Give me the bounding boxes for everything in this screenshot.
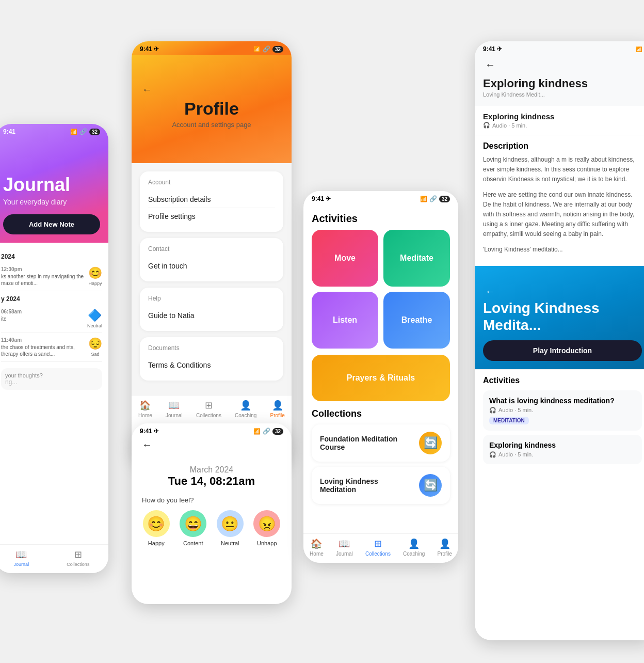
exploring-card: Exploring kindness 🎧 Audio · 5 min. [475,106,644,135]
play-introduction-button[interactable]: Play Introduction [483,340,642,361]
activity-what-title: What is loving kindness meditation? [489,397,636,405]
mood-date-label: March 2024 [142,465,281,475]
profile-back-button[interactable] [140,82,154,97]
collection-foundation-icon: 🔄 [419,432,442,454]
loving-kindness-title: Loving KindnessMedita... [483,299,642,334]
listen-card[interactable]: Listen [312,292,378,349]
profile-settings-item[interactable]: Profile settings [148,208,275,225]
entry-time-1: 12:30pm [1,266,84,272]
contact-section: Contact Get in touch [140,238,283,281]
journal-header: Journal Your everyday diary Add New Note [0,124,108,243]
listen-label: Listen [333,315,357,325]
subscription-details-item[interactable]: Subscription details [148,191,275,208]
battery-badge: 32 [89,129,100,135]
content-circle: 😄 [180,510,206,537]
journal-entry-1[interactable]: 12:30pm ks another step in my navigating… [1,262,102,291]
journal-nav: 📖 Journal ⊞ Collections [0,544,108,573]
description-title: Description [483,141,642,151]
nav-journal-profile[interactable]: 📖 Journal [166,400,183,418]
signal-icon-detail: 📶 [636,46,642,52]
signal-icon-mood: 📶 [253,428,261,435]
collection-foundation[interactable]: Foundation Meditation Course 🔄 [312,424,450,462]
mood-happy-option[interactable]: 😊 Happy [143,510,170,546]
link-icon-profile: 🔗 [263,45,270,53]
activity-what-is-lk[interactable]: What is loving kindness meditation? 🎧 Au… [483,390,642,431]
exploring-card-title: Exploring kindness [483,112,642,121]
entry-time-2: 06:58am [1,309,83,314]
mood-question-label: How do you feel? [132,496,292,504]
mood-happy: 😊 Happy [88,266,102,286]
status-time-profile: 9:41 ✈ [140,45,159,53]
move-card[interactable]: Move [312,230,378,287]
headphone-icon-3: 🎧 [489,451,496,458]
journal-entry-3[interactable]: 11:40am the chaos of treatments and nts,… [1,333,102,362]
documents-section-title: Documents [148,344,275,352]
profile-header: Profile Account and settings page [132,55,292,163]
nav-profile-activities[interactable]: 👤 Profile [438,538,452,557]
battery-badge-mood: 32 [272,428,283,435]
happy-label: Happy [148,540,165,546]
link-icon-activities: 🔗 [429,195,437,202]
journal-title: Journal [3,174,100,196]
banner-back-button[interactable]: ← [483,283,497,299]
mood-unhappy-option[interactable]: 😠 Unhapp [253,510,280,546]
description-text-3: 'Loving Kindness' meditatio... [483,245,642,255]
nav-journal-activities[interactable]: 📖 Journal [336,538,353,557]
journal-entry-2[interactable]: 06:58am ite 🔷 Neutral [1,305,102,333]
detail-top-info: Exploring kindness Loving Kindness Medit… [475,73,644,106]
nav-coaching-activities[interactable]: 👤 Coaching [403,538,425,557]
nav-collections-profile[interactable]: ⊞ Collections [196,400,221,418]
meditate-card[interactable]: Meditate [383,230,450,287]
breathe-card[interactable]: Breathe [383,292,450,349]
status-time-mood: 9:41 ✈ [140,428,159,435]
profile-nav-bar: 🏠 Home 📖 Journal ⊞ Collections 👤 Coachin… [132,395,292,424]
description-text-2: Here we are setting the cond our own inn… [483,190,642,240]
meditate-label: Meditate [400,254,433,263]
nav-home-profile[interactable]: 🏠 Home [138,400,152,418]
add-note-button[interactable]: Add New Note [3,214,100,234]
account-section-title: Account [148,179,275,186]
mood-datetime: Tue 14, 08:21am [142,475,281,488]
prayers-card[interactable]: Prayers & Rituals [312,355,450,401]
status-time: 9:41 [3,128,15,135]
nav-profile-active[interactable]: 👤 Profile [270,400,285,418]
nav-home-activities[interactable]: 🏠 Home [310,538,324,557]
collection-loving-name: Loving Kindness Meditation [320,477,413,494]
unhappy-label: Unhapp [257,540,277,546]
nav-collections[interactable]: ⊞ Collections [67,549,89,567]
get-in-touch-item[interactable]: Get in touch [148,258,275,274]
status-time-activities: 9:41 ✈ [312,195,331,202]
activity-exploring[interactable]: Exploring kindness 🎧 Audio · 5 min. [483,435,642,464]
description-section: Description Loving kindness, although a … [475,135,644,266]
nav-collections-active[interactable]: ⊞ Collections [365,538,391,557]
entry-date-2: y 2024 [1,295,102,303]
mood-neutral: 🔷 Neutral [87,309,102,328]
meditation-tag: MEDITATION [489,417,529,424]
detail-back-button[interactable] [483,57,497,72]
nav-journal[interactable]: 📖 Journal [14,549,29,567]
guide-item[interactable]: Guide to Natia [148,307,275,324]
nav-coaching-profile[interactable]: 👤 Coaching [235,400,256,418]
exploring-card-meta: 🎧 Audio · 5 min. [483,122,642,129]
documents-section: Documents Terms & Conditions [140,337,283,381]
mood-options: 😊 Happy 😄 Content 😐 Neutral 😠 Unhapp [132,510,292,546]
activities-grid: Move Meditate Listen Breathe [303,230,458,355]
profile-title: Profile [184,99,239,119]
activities-section-title: Activities [303,204,458,230]
happy-circle: 😊 [143,510,170,537]
activity-exploring-title: Exploring kindness [489,441,636,449]
prompt-placeholder: ng... [5,378,98,386]
contact-section-title: Contact [148,245,275,252]
collections-section-title: Collections [303,408,458,424]
mood-back-button[interactable] [140,437,154,452]
battery-badge-activities: 32 [439,196,450,202]
mood-content-option[interactable]: 😄 Content [180,510,206,546]
collection-loving-kindness[interactable]: Loving Kindness Meditation 🔄 [312,467,450,504]
signal-icon: 📶 [70,129,77,135]
activity-exploring-meta: 🎧 Audio · 5 min. [489,451,636,458]
battery-badge-profile: 32 [272,46,283,53]
account-section: Account Subscription details Profile set… [140,171,283,232]
terms-item[interactable]: Terms & Conditions [148,357,275,373]
breathe-label: Breathe [401,315,432,325]
mood-neutral-option[interactable]: 😐 Neutral [217,510,244,546]
